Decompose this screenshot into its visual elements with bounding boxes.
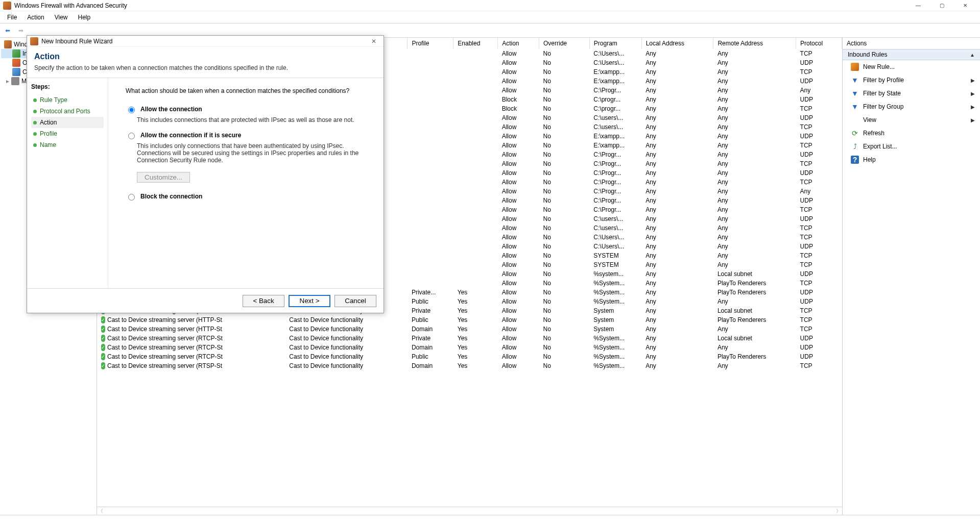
help-icon: ? [851,156,859,164]
action-view[interactable]: View ▶ [843,113,980,127]
app-titlebar: Windows Firewall with Advanced Security … [0,0,980,11]
chevron-right-icon: ▶ [971,78,975,83]
wizard-steps-header: Steps: [31,83,104,90]
col-override[interactable]: Override [539,38,589,49]
refresh-icon: ⟳ [851,129,859,137]
firewall-icon [3,2,11,10]
col-protocol[interactable]: Protocol [796,38,842,49]
step-name[interactable]: Name [31,139,104,151]
wizard-titlebar: New Inbound Rule Wizard ✕ [27,36,384,47]
back-button[interactable]: < Back [243,295,284,307]
hscroll-left: 〈 〉 [97,507,842,515]
option-allow-secure-desc: This includes only connections that have… [137,142,362,164]
action-filter-profile-label: Filter by Profile [863,77,967,84]
action-export[interactable]: ⤴ Export List... [843,140,980,153]
chevron-right-icon: ▶ [971,104,975,110]
table-row[interactable]: ✓Cast to Device streaming server (HTTP-S… [97,324,842,334]
col-profile[interactable]: Profile [408,38,453,49]
wizard-footer: < Back Next > Cancel [27,288,384,313]
option-block-label: Block the connection [140,193,202,200]
wizard-steps: Steps: Rule Type Protocol and Ports Acti… [27,78,108,288]
table-row[interactable]: ✓Cast to Device streaming server (RTSP-S… [97,361,842,370]
option-allow-secure[interactable]: Allow the connection if it is secure [126,132,369,139]
wizard-content: What action should be taken when a conne… [108,78,384,288]
table-row[interactable]: ✓Cast to Device streaming server (RTCP-S… [97,334,842,343]
action-new-rule[interactable]: New Rule... [843,60,980,73]
rule-enabled-icon: ✓ [101,335,105,342]
rule-enabled-icon: ✓ [101,353,105,360]
minimize-button[interactable]: — [906,0,930,11]
export-icon: ⤴ [851,142,859,151]
radio-allow-secure[interactable] [128,133,135,139]
step-profile[interactable]: Profile [31,128,104,139]
col-local-address[interactable]: Local Address [641,38,713,49]
action-filter-group[interactable]: ▼ Filter by Group ▶ [843,100,980,113]
maximize-button[interactable]: ▢ [930,0,953,11]
new-inbound-rule-wizard: New Inbound Rule Wizard ✕ Action Specify… [27,35,384,313]
monitoring-icon [11,77,19,85]
action-new-rule-label: New Rule... [863,63,895,70]
action-export-label: Export List... [863,143,897,150]
action-filter-state-label: Filter by State [863,90,967,97]
cancel-button[interactable]: Cancel [334,295,376,307]
scroll-right-icon[interactable]: 〉 [836,508,841,515]
action-refresh-label: Refresh [863,130,885,137]
col-action[interactable]: Action [498,38,539,49]
action-help-label: Help [863,156,876,163]
expand-icon[interactable]: ▸ [6,78,9,85]
firewall-icon [30,37,38,45]
step-rule-type[interactable]: Rule Type [31,94,104,106]
customize-button: Customize... [137,172,190,183]
scroll-left-icon[interactable]: 〈 [98,508,103,515]
actions-section-title: Inbound Rules ▲ [843,49,980,60]
menu-view[interactable]: View [50,12,73,22]
option-allow[interactable]: Allow the connection [126,106,369,113]
filter-icon: ▼ [851,103,859,111]
close-button[interactable]: ✕ [953,0,977,11]
inbound-icon [12,49,20,58]
menu-action[interactable]: Action [22,12,49,22]
col-remote-address[interactable]: Remote Address [713,38,796,49]
blank-icon [851,116,859,124]
wizard-title: New Inbound Rule Wizard [41,38,112,45]
wizard-heading: Action [34,52,376,61]
menu-file[interactable]: File [2,12,22,22]
step-protocol[interactable]: Protocol and Ports [31,106,104,117]
filter-icon: ▼ [851,89,859,97]
action-filter-group-label: Filter by Group [863,103,967,110]
action-filter-profile[interactable]: ▼ Filter by Profile ▶ [843,73,980,87]
action-filter-state[interactable]: ▼ Filter by State ▶ [843,87,980,100]
step-action[interactable]: Action [31,117,104,128]
firewall-icon [4,40,12,48]
actions-pane: Actions Inbound Rules ▲ New Rule... ▼ Fi… [842,38,980,515]
col-enabled[interactable]: Enabled [453,38,498,49]
col-program[interactable]: Program [589,38,641,49]
wizard-close-button[interactable]: ✕ [367,38,380,45]
radio-block[interactable] [128,194,135,201]
menubar: File Action View Help [0,11,980,23]
back-icon[interactable]: ⬅ [2,25,13,36]
action-view-label: View [863,116,967,123]
table-row[interactable]: ✓Cast to Device streaming server (HTTP-S… [97,315,842,324]
radio-allow[interactable] [128,107,135,113]
chevron-right-icon: ▶ [971,91,975,96]
chevron-right-icon: ▶ [971,117,975,123]
option-block[interactable]: Block the connection [126,193,369,201]
outbound-icon [12,59,20,67]
action-refresh[interactable]: ⟳ Refresh [843,127,980,140]
actions-header: Actions [843,38,980,49]
collapse-icon[interactable]: ▲ [970,52,975,58]
wizard-question: What action should be taken when a conne… [126,87,369,94]
statusbar [0,515,980,525]
next-button[interactable]: Next > [289,295,330,307]
app-title: Windows Firewall with Advanced Security [14,2,127,9]
menu-help[interactable]: Help [73,12,96,22]
table-row[interactable]: ✓Cast to Device streaming server (RTCP-S… [97,343,842,352]
connection-icon [12,68,20,76]
new-rule-icon [851,63,859,71]
wizard-subheading: Specify the action to be taken when a co… [34,64,376,71]
table-row[interactable]: ✓Cast to Device streaming server (RTCP-S… [97,352,842,361]
option-allow-secure-label: Allow the connection if it is secure [140,132,241,139]
forward-icon[interactable]: ➡ [15,25,27,36]
action-help[interactable]: ? Help [843,153,980,166]
